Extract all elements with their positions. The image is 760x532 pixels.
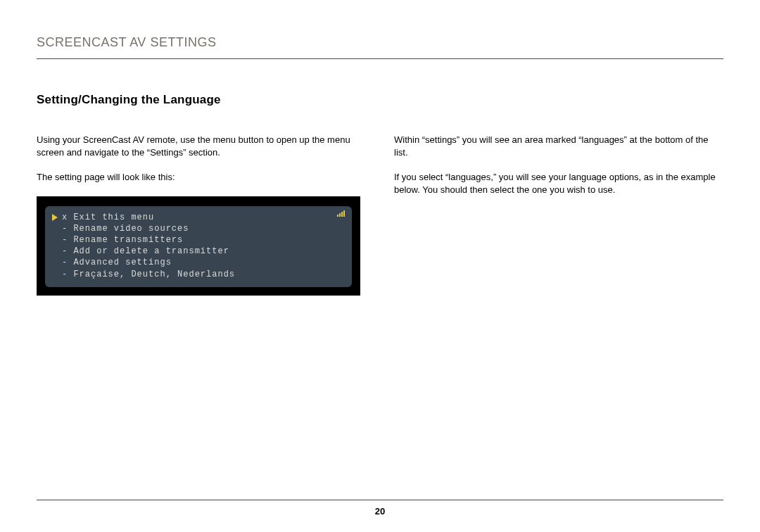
right-para-2: If you select “languages,” you will see … xyxy=(394,171,723,196)
osd-menu-item: x Exit this menu xyxy=(52,212,345,223)
left-column: Using your ScreenCast AV remote, use the… xyxy=(37,134,366,296)
osd-menu-item: - Rename video sources xyxy=(52,223,345,234)
right-column: Within “settings” you will see an area m… xyxy=(394,134,723,296)
osd-menu-item: - Add or delete a transmitter xyxy=(52,246,345,257)
osd-marker: - xyxy=(62,223,68,234)
osd-label: Advanced settings xyxy=(73,257,171,268)
right-para-1: Within “settings” you will see an area m… xyxy=(394,134,723,158)
footer-rule xyxy=(37,500,723,500)
left-para-2: The setting page will look like this: xyxy=(37,171,366,184)
signal-icon xyxy=(337,210,345,217)
osd-marker: - xyxy=(62,246,68,257)
section-title: Setting/Changing the Language xyxy=(37,93,723,107)
osd-label: Fraçaise, Deutch, Nederlands xyxy=(73,269,235,280)
osd-panel: x Exit this menu - Rename video sources … xyxy=(45,206,352,287)
osd-menu-item: - Rename transmitters xyxy=(52,234,345,246)
osd-marker: - xyxy=(62,269,68,280)
left-para-1: Using your ScreenCast AV remote, use the… xyxy=(37,134,366,158)
osd-outer: x Exit this menu - Rename video sources … xyxy=(37,196,360,296)
osd-marker: - xyxy=(62,257,68,268)
osd-label: Exit this menu xyxy=(73,212,154,223)
osd-menu-item: - Fraçaise, Deutch, Nederlands xyxy=(52,269,345,280)
header-rule xyxy=(37,58,723,59)
pointer-icon xyxy=(52,214,58,221)
content-columns: Using your ScreenCast AV remote, use the… xyxy=(37,134,723,296)
osd-menu-item: - Advanced settings xyxy=(52,257,345,268)
manual-page: SCREENCAST AV SETTINGS Setting/Changing … xyxy=(0,0,760,296)
osd-marker: - xyxy=(62,234,68,246)
osd-label: Rename transmitters xyxy=(73,234,183,246)
osd-marker: x xyxy=(62,212,68,223)
page-header-title: SCREENCAST AV SETTINGS xyxy=(37,35,723,50)
osd-label: Add or delete a transmitter xyxy=(73,246,229,257)
settings-screenshot: x Exit this menu - Rename video sources … xyxy=(37,196,360,296)
page-number: 20 xyxy=(0,506,760,517)
osd-label: Rename video sources xyxy=(73,223,189,234)
